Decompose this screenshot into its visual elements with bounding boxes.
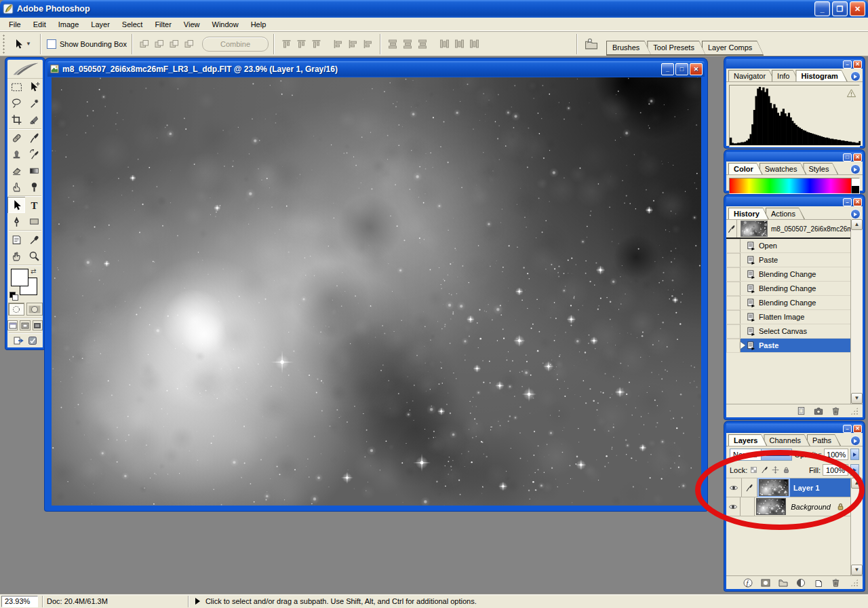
menu-view[interactable]: View [178, 18, 206, 31]
panel-minimize-button[interactable]: – [843, 425, 852, 433]
color-panel-title-bar[interactable]: □ ✕ [726, 152, 863, 162]
black-shortcut-swatch[interactable] [851, 186, 859, 193]
slice-tool[interactable] [25, 111, 43, 128]
new-snapshot-button[interactable] [813, 406, 824, 416]
document-maximize-button[interactable]: □ [675, 63, 688, 75]
history-state-select-canvas[interactable]: Select Canvas [726, 324, 851, 339]
tab-swatches[interactable]: Swatches [760, 163, 807, 174]
combine-button[interactable]: Combine [202, 37, 269, 52]
imageready-icon[interactable] [27, 335, 38, 346]
panel-minimize-button[interactable]: – [843, 60, 852, 69]
distribute-vertical-centers-button[interactable] [400, 37, 415, 51]
history-source-checkbox[interactable] [726, 282, 741, 295]
layers-scrollbar[interactable]: ▲ ▼ [850, 478, 863, 575]
layer-row-background[interactable]: Background [726, 497, 851, 516]
tab-styles[interactable]: Styles [803, 163, 838, 174]
distribute-top-edges-button[interactable] [385, 37, 400, 51]
history-brush-source-icon[interactable] [726, 220, 737, 238]
menu-file[interactable]: File [3, 18, 27, 31]
standard-mode-button[interactable] [8, 303, 24, 316]
new-layer-button[interactable] [813, 577, 824, 588]
history-state-paste-current[interactable]: Paste [726, 339, 851, 353]
history-state-paste[interactable]: Paste [726, 253, 851, 267]
panel-menu-button[interactable] [850, 164, 861, 174]
panel-menu-button[interactable] [850, 209, 861, 219]
histogram-panel-title-bar[interactable]: – ✕ [726, 59, 863, 69]
blend-mode-dropdown[interactable]: Normal [730, 449, 792, 461]
tab-color[interactable]: Color [728, 163, 763, 174]
tab-navigator[interactable]: Navigator [728, 70, 775, 81]
default-colors-icon[interactable] [9, 292, 18, 300]
layer-style-button[interactable] [743, 577, 753, 588]
tab-info[interactable]: Info [772, 70, 799, 81]
gradient-tool[interactable] [25, 162, 43, 178]
lasso-tool[interactable] [7, 95, 25, 111]
current-state-marker[interactable] [741, 342, 745, 349]
brush-tool[interactable] [25, 130, 43, 146]
palette-well-tab-tool-presets[interactable]: Tool Presets [647, 41, 706, 56]
panel-minimize-button[interactable]: – [843, 198, 852, 206]
rectangular-marquee-tool[interactable] [7, 79, 25, 95]
status-menu-arrow-icon[interactable] [195, 598, 200, 605]
new-document-from-state-button[interactable] [796, 406, 806, 416]
layer-link-box[interactable] [741, 497, 755, 516]
document-title-bar[interactable]: m8_050507_26i6x8mc26mF_LR3_L_ddp.FIT @ 2… [47, 61, 705, 77]
layer1-thumbnail[interactable] [759, 479, 789, 496]
align-vertical-centers-button[interactable] [294, 37, 309, 51]
zoom-percentage-field[interactable]: 23.93% [1, 596, 38, 607]
intersect-shape-area-button[interactable] [167, 37, 182, 51]
menu-layer[interactable]: Layer [85, 18, 116, 31]
opacity-value-field[interactable]: 100% [824, 449, 849, 460]
restore-button[interactable]: ❐ [832, 1, 848, 16]
history-source-checkbox[interactable] [726, 339, 741, 352]
fullscreen-with-menu-button[interactable] [20, 320, 30, 330]
lock-pixels-icon[interactable] [760, 466, 769, 474]
eyedropper-tool[interactable] [25, 231, 43, 248]
options-bar-grip[interactable] [2, 34, 5, 54]
history-brush-tool[interactable] [25, 146, 43, 162]
menu-image[interactable]: Image [52, 18, 85, 31]
add-shape-area-button[interactable] [137, 37, 152, 51]
history-snapshot-row[interactable]: m8_050507_26i6x8mc26m... [726, 220, 851, 239]
eraser-tool[interactable] [7, 162, 25, 178]
add-layer-mask-button[interactable] [760, 577, 771, 588]
menu-select[interactable]: Select [116, 18, 149, 31]
hand-tool[interactable] [7, 248, 25, 264]
tab-history[interactable]: History [728, 208, 769, 219]
document-close-button[interactable]: ✕ [690, 63, 703, 75]
pen-tool[interactable] [7, 213, 25, 229]
move-tool[interactable] [25, 79, 43, 95]
history-panel-title-bar[interactable]: – ✕ [726, 197, 863, 206]
history-state-blending-change[interactable]: Blending Change [726, 296, 851, 310]
jump-to-imageready-button[interactable] [13, 335, 25, 346]
fill-slider-arrow[interactable] [850, 464, 859, 476]
layer-visibility-eye-icon[interactable] [726, 497, 741, 516]
align-right-edges-button[interactable] [360, 37, 375, 51]
history-state-blending-change[interactable]: Blending Change [726, 282, 851, 296]
panel-maximize-button[interactable]: □ [843, 153, 852, 162]
layer-visibility-eye-icon[interactable] [726, 478, 742, 497]
dropdown-arrow-icon[interactable] [761, 449, 792, 460]
align-bottom-edges-button[interactable] [309, 37, 323, 51]
align-horizontal-centers-button[interactable] [345, 37, 360, 51]
delete-layer-button[interactable] [831, 577, 841, 588]
quick-mask-mode-button[interactable] [26, 303, 43, 316]
tab-actions[interactable]: Actions [766, 208, 805, 219]
swap-colors-icon[interactable]: ⇄ [31, 267, 36, 275]
foreground-color-swatch[interactable] [11, 269, 28, 286]
panel-close-button[interactable]: ✕ [853, 60, 862, 69]
document-size-readout[interactable]: Doc: 20.4M/61.3M [47, 597, 108, 605]
panel-menu-button[interactable] [850, 436, 861, 446]
menu-window[interactable]: Window [206, 18, 245, 31]
new-group-button[interactable] [778, 577, 789, 588]
show-bounding-box-checkbox[interactable] [47, 39, 56, 49]
tab-channels[interactable]: Channels [764, 434, 810, 446]
scroll-up-arrow[interactable]: ▲ [851, 478, 863, 489]
fill-value-field[interactable]: 100% [823, 464, 848, 476]
panel-resize-grip[interactable] [850, 407, 859, 415]
opacity-slider-arrow[interactable] [850, 449, 859, 460]
scroll-down-arrow[interactable]: ▼ [851, 393, 863, 404]
type-tool[interactable] [25, 197, 43, 213]
distribute-right-edges-button[interactable] [467, 37, 481, 51]
notes-tool[interactable] [7, 231, 25, 248]
